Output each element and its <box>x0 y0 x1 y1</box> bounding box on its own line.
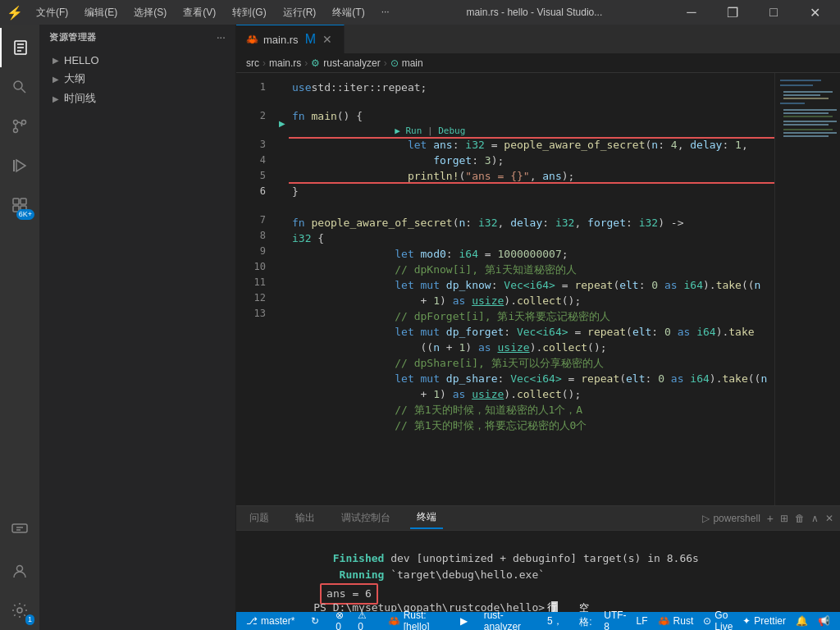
activity-bar: 6K+ 1 <box>0 25 39 630</box>
status-indent[interactable]: 空格: 4 <box>576 612 597 630</box>
run-icon: ▶ <box>460 615 468 627</box>
code-content[interactable]: use std::iter::repeat; fn main() { ▶ Run… <box>289 73 774 505</box>
status-git-branch[interactable]: ⎇ master* <box>243 612 298 630</box>
terminal-label: ▷ powershell <box>702 513 760 524</box>
panel-tab-terminal[interactable]: 终端 <box>410 507 443 529</box>
line-num-3: 2 <box>236 108 276 124</box>
status-notifications[interactable]: 🔔 <box>792 612 811 630</box>
activity-item-explorer[interactable] <box>0 28 39 67</box>
sidebar-item-timeline-label: 时间线 <box>64 91 96 106</box>
menu-more[interactable]: ··· <box>375 4 396 21</box>
menu-terminal[interactable]: 终端(T) <box>326 4 371 21</box>
panel-content[interactable]: Finished dev [unoptimized + debuginfo] t… <box>236 531 840 612</box>
panel-tab-output[interactable]: 输出 <box>289 508 322 528</box>
svg-line-5 <box>21 89 25 93</box>
status-run-button[interactable]: ▶ <box>457 612 471 630</box>
window-controls: ─ ❐ □ ✕ <box>673 0 833 25</box>
activity-item-account[interactable] <box>0 551 39 591</box>
status-language-server[interactable]: 🦀 Rust: [hello] <box>385 612 447 630</box>
code-line-comment-day1forget: // 第1天的时候，将要忘记秘密的人0个 <box>289 418 774 433</box>
line-num-7: 5 <box>236 168 276 184</box>
add-terminal-icon[interactable]: + <box>767 512 774 525</box>
svg-rect-33 <box>783 135 829 137</box>
minimize-button[interactable]: ─ <box>673 0 710 25</box>
run-indicator[interactable]: ▶ <box>276 116 289 131</box>
breadcrumb-rust-analyzer-icon: ⚙ <box>311 57 320 69</box>
sidebar-item-timeline[interactable]: ▶ 时间线 <box>39 89 235 108</box>
git-icon: ⎇ <box>246 615 258 627</box>
sidebar-tree: ▶ HELLO ▶ 大纲 ▶ 时间线 <box>39 50 235 110</box>
svg-rect-24 <box>783 98 829 99</box>
status-broadcast[interactable]: 📢 <box>815 612 833 630</box>
status-right: 行 5，列 2 空格: 4 UTF-8 LF 🦀 Rust ⊙ Go Live <box>544 612 833 630</box>
sidebar-title: 资源管理器 <box>49 31 97 43</box>
line-num-12: 9 <box>236 244 276 259</box>
sidebar-item-hello[interactable]: ▶ HELLO <box>39 52 235 69</box>
menu-run[interactable]: 运行(R) <box>276 4 323 21</box>
panel-maximize-icon[interactable]: ∧ <box>811 513 819 524</box>
menu-view[interactable]: 查看(V) <box>176 4 222 21</box>
status-eol[interactable]: LF <box>633 612 651 630</box>
line-num-15: 12 <box>236 290 276 306</box>
menu-select[interactable]: 选择(S) <box>127 4 173 21</box>
line-num-13: 10 <box>236 259 276 275</box>
sidebar-header: 资源管理器 ··· <box>39 25 235 50</box>
close-button[interactable]: ✕ <box>796 0 833 25</box>
status-analyzer[interactable]: rust-analyzer <box>481 612 534 630</box>
svg-rect-23 <box>783 94 820 96</box>
go-live-label: Go Live <box>714 609 733 630</box>
breadcrumb-sep2: › <box>304 57 308 69</box>
prettier-icon: ✦ <box>742 615 751 627</box>
status-encoding[interactable]: UTF-8 <box>600 612 629 630</box>
status-go-live[interactable]: ⊙ Go Live <box>700 612 736 630</box>
tab-close-button[interactable]: ✕ <box>321 31 334 48</box>
tab-label: main.rs <box>263 34 299 46</box>
activity-item-settings[interactable]: 1 <box>0 591 39 630</box>
menu-goto[interactable]: 转到(G) <box>226 4 272 21</box>
sidebar-more-icon[interactable]: ··· <box>217 33 226 43</box>
svg-rect-27 <box>783 112 829 114</box>
status-errors[interactable]: ⊗ 0 ⚠ 0 <box>332 612 374 630</box>
gutter: ▶ <box>276 73 289 505</box>
status-lang[interactable]: 🦀 Rust <box>655 612 697 630</box>
breadcrumb-src[interactable]: src <box>246 57 259 69</box>
status-position[interactable]: 行 5，列 2 <box>544 612 573 630</box>
broadcast-icon: 📢 <box>818 615 830 627</box>
activity-item-remote[interactable] <box>0 512 39 551</box>
line-num-8: 6 <box>236 184 276 199</box>
kill-terminal-icon[interactable]: 🗑 <box>795 513 805 524</box>
maximize-button[interactable]: □ <box>755 0 792 25</box>
svg-rect-20 <box>780 80 821 81</box>
status-prettier[interactable]: ✦ Prettier <box>739 612 789 630</box>
activity-item-search[interactable] <box>0 67 39 107</box>
activity-item-run[interactable] <box>0 146 39 185</box>
restore-button[interactable]: ❐ <box>714 0 751 25</box>
activity-item-extensions[interactable]: 6K+ <box>0 185 39 225</box>
window-title: main.rs - hello - Visual Studio... <box>403 7 666 18</box>
menu-edit[interactable]: 编辑(E) <box>78 4 124 21</box>
split-terminal-icon[interactable]: ⊞ <box>780 513 788 524</box>
menu-file[interactable]: 文件(F) <box>30 4 75 21</box>
panel-close-icon[interactable]: ✕ <box>825 513 833 524</box>
encoding-label: UTF-8 <box>604 609 626 630</box>
tab-main-rs[interactable]: 🦀 main.rs M ✕ <box>236 25 345 53</box>
breadcrumb-main-fn[interactable]: main <box>402 57 423 69</box>
svg-marker-9 <box>16 160 25 171</box>
code-editor[interactable]: 1 2 3 4 5 6 7 8 9 10 11 12 13 <box>236 73 774 505</box>
svg-point-7 <box>22 121 26 125</box>
line-num-9 <box>236 199 276 212</box>
status-sync[interactable]: ↻ <box>308 612 322 630</box>
panel-tab-problems[interactable]: 问题 <box>243 508 276 528</box>
sidebar-item-outline[interactable]: ▶ 大纲 <box>39 69 235 89</box>
panel-tab-debug[interactable]: 调试控制台 <box>335 508 397 528</box>
activity-item-source-control[interactable] <box>0 107 39 146</box>
breadcrumb: src › main.rs › ⚙ rust-analyzer › ⊙ main <box>236 53 840 73</box>
cursor-position: 行 5，列 2 <box>547 600 569 631</box>
menu-bar: 文件(F) 编辑(E) 选择(S) 查看(V) 转到(G) 运行(R) 终端(T… <box>30 4 396 21</box>
breadcrumb-rust-analyzer[interactable]: rust-analyzer <box>323 57 380 69</box>
breadcrumb-sep1: › <box>262 57 266 69</box>
sidebar-item-outline-label: 大纲 <box>64 71 85 86</box>
breadcrumb-main-rs[interactable]: main.rs <box>269 57 301 69</box>
svg-rect-21 <box>780 84 813 86</box>
debug-link[interactable]: Debug <box>438 123 465 139</box>
